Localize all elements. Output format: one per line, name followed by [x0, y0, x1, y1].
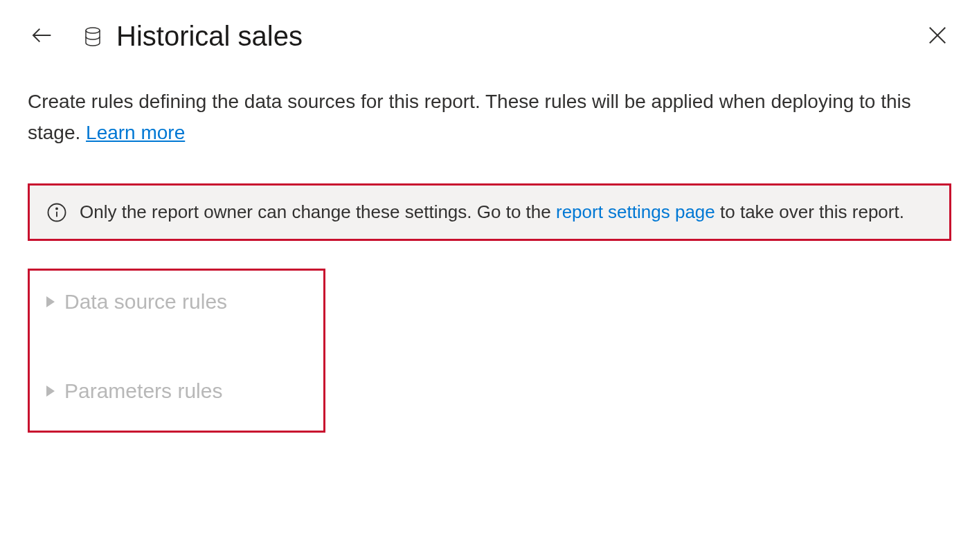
arrow-left-icon — [30, 24, 53, 49]
info-icon — [46, 202, 67, 223]
panel-header: Historical sales — [28, 21, 951, 52]
parameters-rules-section: Parameters rules — [46, 379, 307, 403]
caret-right-icon — [46, 386, 55, 397]
info-text: Only the report owner can change these s… — [80, 199, 904, 226]
report-settings-link[interactable]: report settings page — [556, 201, 715, 222]
page-title: Historical sales — [116, 21, 924, 52]
caret-right-icon — [46, 296, 55, 307]
close-icon — [927, 25, 948, 48]
info-text-after: to take over this report. — [720, 201, 904, 222]
learn-more-link[interactable]: Learn more — [86, 122, 185, 143]
close-button[interactable] — [924, 23, 951, 51]
back-button[interactable] — [28, 23, 55, 51]
svg-point-1 — [86, 28, 100, 33]
data-source-rules-label: Data source rules — [64, 290, 227, 314]
parameters-rules-label: Parameters rules — [64, 379, 222, 403]
description-text: Create rules defining the data sources f… — [28, 87, 951, 149]
data-source-rules-section: Data source rules — [46, 290, 307, 314]
database-icon — [83, 27, 102, 46]
rules-sections: Data source rules Parameters rules — [28, 269, 325, 433]
owner-info-banner: Only the report owner can change these s… — [28, 183, 951, 242]
info-text-before: Only the report owner can change these s… — [80, 201, 556, 222]
svg-point-6 — [56, 208, 57, 209]
